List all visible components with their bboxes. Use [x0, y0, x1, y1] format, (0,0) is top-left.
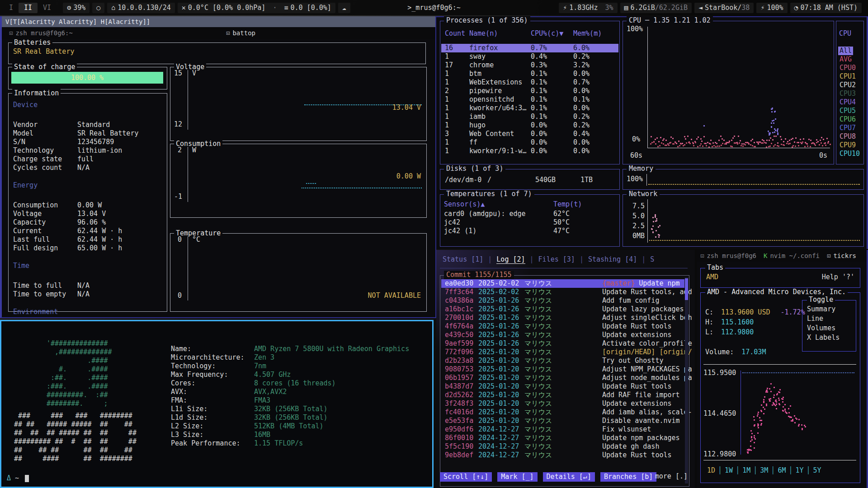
gitui-window: Status [1]|Log [2]|Files [3]|Stashing [4… [436, 250, 695, 488]
scrollbar-track[interactable] [685, 277, 688, 483]
legend-item-cpu2[interactable]: CPU2 [838, 81, 857, 89]
legend-item-cpu7[interactable]: CPU7 [838, 124, 857, 132]
commit-row[interactable]: d2b23a82025-01-20マリウスTry out Ghostty [441, 357, 684, 365]
battery-name[interactable]: SR Real Battery [13, 47, 74, 56]
commit-row[interactable]: e950df62024-12-27マリウスFix wlsunset [441, 425, 684, 434]
commit-row[interactable]: fc4016d2025-01-20マリウスAdd iamb alias, sca… [441, 408, 684, 417]
gitui-tab-3[interactable]: Files [3] [538, 255, 575, 263]
process-row[interactable]: 3Web Content0.0%0.4% [441, 130, 618, 138]
gitui-button[interactable]: Scroll [↑↓] [440, 472, 492, 482]
tab-zsh[interactable]: ⊡zsh mrus@f0g6 [700, 250, 756, 262]
sensor-row[interactable]: card0 (amdgpu): edge62°C [440, 210, 619, 218]
memory-panel: Memory 100% [623, 169, 864, 190]
legend-item-cpu8[interactable]: CPU8 [838, 132, 857, 141]
commit-row[interactable]: 9eb8def2024-12-27マリウスUpdate Rust tools [441, 451, 684, 460]
legend-item-cpu6[interactable]: CPU6 [838, 115, 857, 124]
commit-row[interactable]: a16bc1c2025-01-26マリウスUpdate lazy package… [441, 305, 684, 314]
terminal-icon: ⊡ [827, 252, 830, 259]
tab-zsh[interactable]: ⊡zsh mrus@f0g6:~ [9, 27, 73, 39]
commit-message: [origin/HEAD] [origin/ [602, 348, 692, 357]
commit-message: Fix wlsunset [602, 425, 651, 434]
range-3m[interactable]: 3M [760, 466, 768, 474]
range-1m[interactable]: 1M [742, 466, 750, 474]
commit-row[interactable]: 772f0962025-01-20マリウス[origin/HEAD] [orig… [441, 348, 684, 357]
gitui-tab-4[interactable]: Stashing [4] [588, 255, 637, 263]
tab-nvim[interactable]: Knvim ~/.confi [764, 250, 820, 262]
tab-battop[interactable]: ⊡battop [226, 27, 255, 39]
workspace-I[interactable]: I [4, 3, 19, 13]
gitui-button[interactable]: Details [↵] [543, 472, 595, 482]
process-row[interactable]: 1kworker/9:1-w…0.0%0.0% [441, 147, 618, 155]
process-row[interactable]: 2pipewire0.1%0.0% [441, 87, 618, 95]
info-label: Consumption [13, 201, 58, 210]
workspace-VI[interactable]: VI [38, 3, 57, 13]
commit-row[interactable]: 86f00102024-12-27マリウスUpdate npm packages [441, 434, 684, 442]
commit-author: マリウス [524, 279, 552, 288]
gitui-button[interactable]: Mark [_] [497, 472, 537, 482]
commit-row[interactable]: e5e53fa2025-01-20マリウスDisable avante.nvim [441, 417, 684, 425]
legend-item-cpu10[interactable]: CPU10 [838, 150, 861, 158]
gitui-tab-1[interactable]: Status [1] [443, 255, 483, 263]
commit-row[interactable]: 4f6764a2025-01-26マリウスUpdate Rust tools [441, 322, 684, 331]
gitui-tab-2[interactable]: Log [2] [496, 255, 525, 264]
commit-row[interactable]: 270010d2025-01-26マリウスAdjust singleClick … [441, 314, 684, 322]
range-1d[interactable]: 1D [707, 466, 715, 474]
more-button[interactable]: more [.] [655, 472, 688, 481]
help-hint[interactable]: Help '?' [822, 273, 854, 282]
workspace-II[interactable]: II [19, 3, 38, 13]
commit-row[interactable]: e439c502025-01-26マリウスUpdate extensions [441, 331, 684, 339]
legend-item-all[interactable]: All [838, 47, 853, 55]
commit-author: マリウス [524, 331, 552, 339]
range-1y[interactable]: 1Y [795, 466, 803, 474]
sensor-row[interactable]: jc4250°C [440, 218, 619, 227]
process-row[interactable]: 1WebExtensions0.1%0.7% [441, 78, 618, 87]
process-row[interactable]: 1opensnitchd0.1%0.1% [441, 95, 618, 104]
legend-item-cpu1[interactable]: CPU1 [838, 72, 857, 81]
commit-row[interactable]: 06b19572025-01-20マリウスAdjust node_modules… [441, 374, 684, 382]
legend-item-cpu4[interactable]: CPU4 [838, 98, 857, 107]
disk-device[interactable]: /dev/dm-0 [445, 176, 481, 184]
process-row[interactable]: 17chrome0.3%3.2% [441, 61, 618, 70]
legend-item-cpu3[interactable]: CPU3 [838, 89, 857, 98]
scrollbar-thumb[interactable] [685, 278, 688, 300]
btm-window: Processes (1 of 356) Count Name(n) CPU%(… [436, 16, 868, 249]
commit-row[interactable]: 7ff3c642025-02-02マリウスUpdate Rust tools, … [441, 288, 684, 296]
info-value: 13.04 V [77, 210, 106, 218]
legend-item-cpu5[interactable]: CPU5 [838, 107, 857, 115]
process-row[interactable]: 1iamb0.1%0.2% [441, 113, 618, 121]
process-row[interactable]: 1btm0.1%0.0% [441, 70, 618, 78]
info-value: N/A [77, 282, 90, 290]
gitui-button[interactable]: Branches [b] [600, 472, 656, 482]
commit-row[interactable]: d2d52622025-01-20マリウスAdd RAF file import [441, 391, 684, 399]
legend-item-avg[interactable]: AVG [838, 55, 853, 64]
range-1w[interactable]: 1W [725, 466, 733, 474]
commit-row[interactable]: 9aef5992025-01-26マリウスActivate color_prof… [441, 339, 684, 348]
commit-row[interactable]: 5f5c1902024-12-27マリウスUpdate gh dash [441, 442, 684, 451]
sensor-row[interactable]: jc42 (1)47°C [440, 227, 619, 235]
ticker-tab-amd[interactable]: AMD [706, 273, 718, 282]
legend-item-cpu9[interactable]: CPU9 [838, 141, 857, 150]
process-row[interactable]: 1sway0.4%0.2% [441, 52, 618, 61]
process-row[interactable]: 1kworker/u64:3…0.1%0.0% [441, 104, 618, 113]
gitui-tab-5[interactable]: S [650, 255, 654, 263]
y-axis-line [646, 174, 647, 186]
shell-prompt[interactable]: Δ ~ [7, 474, 29, 483]
commit-row[interactable]: ea0ed302025-02-02マリウス{master} Update npm [441, 279, 684, 288]
commit-row[interactable]: 3f248f32025-01-20マリウスUpdate extensions [441, 399, 684, 408]
commit-date: 2024-12-27 [478, 434, 519, 442]
window-titlebar[interactable]: V[T[Alacritty Alacritty] H[Alacritty]] [2, 16, 435, 27]
cpufetch-window: '############## ,############# .#### #. … [0, 320, 434, 488]
process-row[interactable]: 1ff0.0%0.0% [441, 138, 618, 147]
commit-row[interactable]: b4387d72025-01-20マリウスUpdate Rust tools [441, 382, 684, 391]
range-6m[interactable]: 6M [778, 466, 786, 474]
legend-item-cpu0[interactable]: CPU0 [838, 64, 857, 72]
tab-divider [440, 268, 688, 268]
process-row[interactable]: 1hugo0.0%0.2% [441, 121, 618, 130]
battery-icon: ⚡ [760, 4, 764, 12]
commit-row[interactable]: 90807532025-01-20マリウスAdjust NPM_PACKAGES… [441, 365, 684, 374]
commit-row[interactable]: c04386a2025-01-26マリウスAdd fum config [441, 296, 684, 305]
spec-label: L2 Size: [171, 422, 254, 431]
tab-tickrs[interactable]: ⊡tickrs [827, 250, 856, 262]
range-5y[interactable]: 5Y [813, 466, 821, 474]
process-row[interactable]: 16firefox0.7%6.0% [441, 44, 618, 52]
